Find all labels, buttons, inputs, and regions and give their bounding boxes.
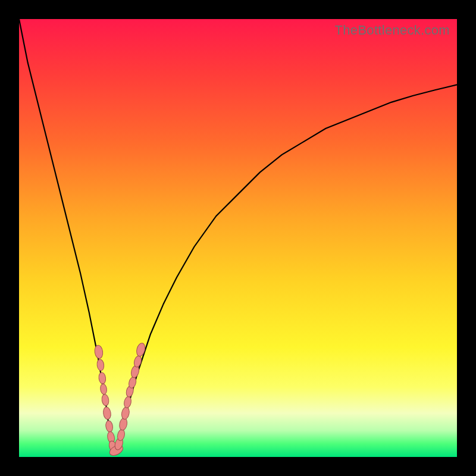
marker-point [121,406,130,420]
bottleneck-curve [19,19,457,453]
marker-point [94,345,104,359]
marker-point [98,372,107,384]
marker-group [94,342,146,458]
marker-point [135,342,146,357]
plot-area: TheBottleneck.com [19,19,457,457]
chart-svg [19,19,457,457]
marker-point [118,417,128,431]
marker-point [102,406,111,419]
marker-point [105,420,113,433]
marker-point [101,394,109,406]
marker-point [100,383,108,394]
marker-point [130,365,140,378]
marker-point [96,359,105,371]
chart-frame: TheBottleneck.com [0,0,476,476]
